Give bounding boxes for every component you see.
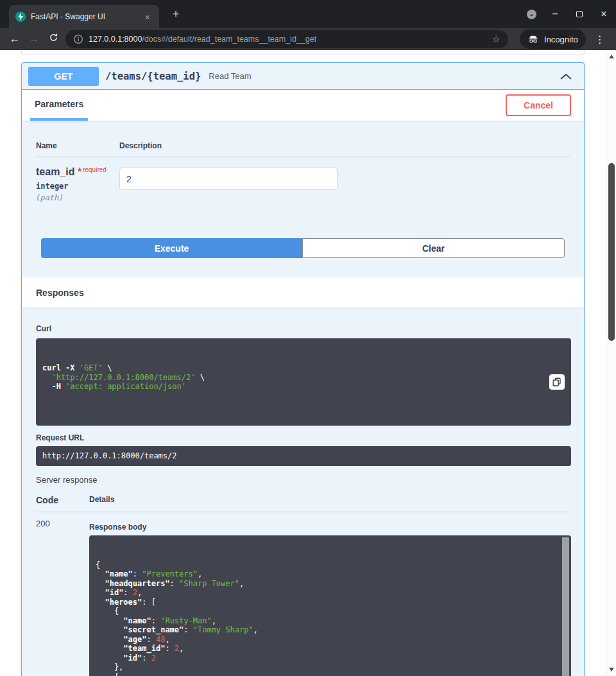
status-code: 200 <box>36 519 89 676</box>
response-body-label: Response body <box>89 523 571 532</box>
endpoint-summary: Read Team <box>209 71 251 81</box>
page-scrollbar-thumb[interactable] <box>608 163 615 341</box>
browser-tab[interactable]: FastAPI - Swagger UI × <box>9 5 159 28</box>
parameters-section-header: Parameters Cancel <box>22 90 584 121</box>
parameter-name-cell: team_id *required integer (path) <box>36 166 119 202</box>
col-description-header: Description <box>119 141 571 150</box>
curl-block: curl -X 'GET' \ 'http://127.0.0.1:8000/t… <box>36 338 571 426</box>
request-url-block: http://127.0.0.1:8000/teams/2 <box>36 446 571 466</box>
opblock-get-teams: GET /teams/{team_id} Read Team Parameter… <box>21 62 585 676</box>
url-text: 127.0.0.1:8000/docs#/default/read_team_t… <box>89 35 316 44</box>
col-code-header: Code <box>36 495 89 505</box>
minimize-button[interactable]: − <box>549 8 561 20</box>
page-scrollbar[interactable] <box>606 50 616 676</box>
url-path: /docs#/default/read_team_teams__team_id_… <box>142 35 316 44</box>
responses-body: Curl curl -X 'GET' \ 'http://127.0.0.1:8… <box>22 308 584 676</box>
col-name-header: Name <box>36 141 119 150</box>
new-tab-button[interactable]: + <box>168 7 184 22</box>
response-body-code: { "name": "Preventers", "headquarters": … <box>96 560 565 676</box>
url-host: 127.0.0.1:8000 <box>89 35 142 44</box>
bookmark-star-icon[interactable]: ☆ <box>492 33 501 45</box>
tab-parameters[interactable]: Parameters <box>30 90 88 121</box>
tab-title: FastAPI - Swagger UI <box>31 12 142 21</box>
previous-opblock-edge <box>21 50 585 55</box>
endpoint-path: /teams/{team_id} <box>105 71 201 82</box>
collapse-chevron-icon[interactable] <box>560 73 572 80</box>
browser-toolbar: ← → 127.0.0.1:8000/docs#/default/read_te… <box>0 28 616 50</box>
responses-section-header: Responses <box>22 277 584 308</box>
team-id-input[interactable] <box>119 168 338 190</box>
url-bar[interactable]: 127.0.0.1:8000/docs#/default/read_team_t… <box>65 30 508 48</box>
opblock-summary[interactable]: GET /teams/{team_id} Read Team <box>22 63 584 90</box>
scrollbar-down-icon[interactable] <box>609 668 614 672</box>
browser-titlebar: FastAPI - Swagger UI × + ⌄ − × <box>0 0 616 28</box>
col-details-header: Details <box>89 495 571 505</box>
reload-icon[interactable] <box>44 33 63 46</box>
window-controls: ⌄ − × <box>527 0 610 28</box>
browser-status-icon[interactable]: ⌄ <box>527 10 536 19</box>
response-row: 200 Response body { "name": "Preventers"… <box>36 512 571 676</box>
maximize-icon <box>576 11 583 17</box>
response-body-scrollbar[interactable] <box>562 537 569 676</box>
responses-title: Responses <box>36 288 84 298</box>
clear-button[interactable]: Clear <box>302 238 565 258</box>
copy-button[interactable] <box>549 374 565 390</box>
curl-label: Curl <box>36 324 571 333</box>
back-icon[interactable]: ← <box>5 33 24 46</box>
execute-row: Execute Clear <box>41 238 565 258</box>
parameter-name-text: team_id <box>36 166 74 177</box>
required-label: required <box>83 166 107 173</box>
parameter-value-cell <box>119 166 571 202</box>
required-star: * <box>78 166 81 177</box>
incognito-icon <box>527 33 539 45</box>
response-body-block[interactable]: { "name": "Preventers", "headquarters": … <box>89 535 571 676</box>
copy-icon <box>552 377 561 386</box>
cancel-button[interactable]: Cancel <box>506 94 571 116</box>
close-window-button[interactable]: × <box>598 8 610 20</box>
browser-window: FastAPI - Swagger UI × + ⌄ − × ← → 127 <box>0 0 616 676</box>
execute-button[interactable]: Execute <box>41 238 302 258</box>
fastapi-favicon-icon <box>15 12 26 22</box>
response-details-cell: Response body { "name": "Preventers", "h… <box>89 519 571 676</box>
response-body-scrollbar-thumb[interactable] <box>562 537 569 676</box>
server-response-label: Server response <box>36 475 571 485</box>
parameters-body: Name Description team_id *required integ… <box>22 121 584 277</box>
scrollbar-up-icon[interactable] <box>609 55 614 58</box>
tab-close-icon[interactable]: × <box>142 12 153 22</box>
browser-menu-icon[interactable]: ⋮ <box>594 33 606 46</box>
incognito-label: Incognito <box>544 35 578 44</box>
curl-command: curl -X 'GET' \ 'http://127.0.0.1:8000/t… <box>42 363 565 392</box>
parameter-name: team_id *required <box>36 166 119 178</box>
info-icon[interactable] <box>73 34 83 44</box>
page-content: GET /teams/{team_id} Read Team Parameter… <box>0 50 616 676</box>
parameter-in: (path) <box>36 193 119 202</box>
incognito-badge: Incognito <box>520 30 586 49</box>
response-table-header: Code Details <box>36 495 571 512</box>
parameters-table-header: Name Description <box>36 141 571 157</box>
forward-icon[interactable]: → <box>24 33 44 46</box>
maximize-button[interactable] <box>574 8 585 20</box>
method-badge: GET <box>28 67 99 86</box>
server-response-table: Code Details 200 Response body { "name":… <box>36 495 571 676</box>
parameter-type: integer <box>36 182 119 191</box>
request-url-label: Request URL <box>36 433 571 442</box>
parameter-row: team_id *required integer (path) <box>36 157 571 202</box>
